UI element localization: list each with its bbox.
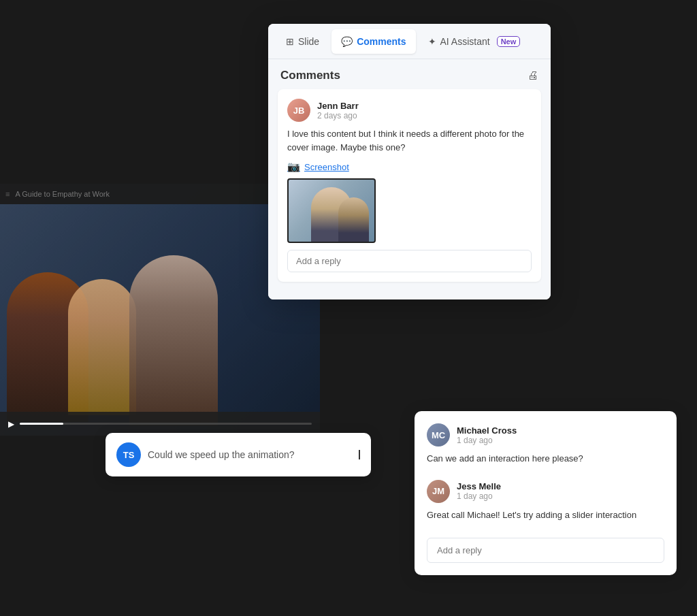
comments-body: JB Jenn Barr 2 days ago I love this cont…: [268, 89, 551, 299]
comment-author-jess: Jess Melle: [457, 481, 501, 491]
avatar-ts: TS: [116, 442, 141, 467]
comment-time-michael: 1 day ago: [457, 436, 517, 445]
ai-tab-icon: ✦: [428, 36, 436, 47]
tab-comments-label: Comments: [357, 36, 406, 47]
comment-time-jess: 1 day ago: [457, 491, 501, 501]
comment-text-1: I love this content but I think it needs…: [287, 127, 532, 154]
panel-title: Comments: [280, 69, 340, 82]
reply-input-2[interactable]: [427, 538, 664, 563]
tab-slide[interactable]: ⊞ Slide: [276, 29, 329, 54]
progress-bar[interactable]: [20, 423, 312, 425]
comment-card-2: MC Michael Cross 1 day ago Can we add an…: [415, 411, 677, 575]
reply-input-1[interactable]: [287, 250, 532, 272]
play-button[interactable]: ▶: [8, 419, 14, 429]
screenshot-label: Screenshot: [304, 162, 349, 172]
comment-text-michael: Can we add an interaction here please?: [427, 452, 664, 466]
tab-ai[interactable]: ✦ AI Assistant New: [419, 29, 530, 54]
comment-card-1: JB Jenn Barr 2 days ago I love this cont…: [278, 89, 541, 282]
screenshot-thumbnail: [287, 178, 376, 243]
panel-header: Comments 🖨: [268, 59, 551, 89]
comment-author-1: Jenn Barr: [317, 101, 359, 111]
screenshot-icon: 📷: [287, 161, 300, 173]
print-icon[interactable]: 🖨: [528, 69, 538, 82]
comment-author-michael: Michael Cross: [457, 425, 517, 436]
comment-text-jess: Great call Michael! Let's try adding a s…: [427, 508, 664, 522]
tab-bar: ⊞ Slide 💬 Comments ✦ AI Assistant New: [268, 24, 551, 59]
avatar-jess: JM: [427, 480, 450, 503]
comments-panel: ⊞ Slide 💬 Comments ✦ AI Assistant New Co…: [268, 24, 551, 299]
comment-input-text[interactable]: Could we speed up the animation?: [148, 449, 359, 460]
tab-comments[interactable]: 💬 Comments: [331, 29, 415, 54]
screenshot-link[interactable]: 📷 Screenshot: [287, 161, 532, 173]
comments-tab-icon: 💬: [341, 36, 353, 47]
avatar-michael: MC: [427, 423, 450, 447]
new-badge: New: [497, 36, 521, 47]
comment-input-bubble: TS Could we speed up the animation?: [106, 433, 371, 476]
slide-tab-icon: ⊞: [286, 36, 294, 47]
comment-time-1: 2 days ago: [317, 111, 359, 120]
tab-ai-label: AI Assistant: [440, 36, 490, 47]
tab-slide-label: Slide: [298, 36, 319, 47]
avatar-jenn: JB: [287, 99, 310, 122]
